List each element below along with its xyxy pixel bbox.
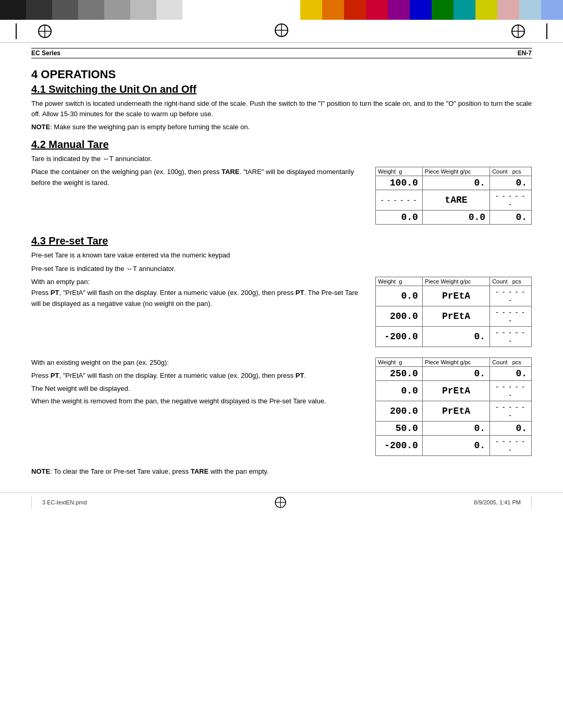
table-row: 250.0 0. 0. — [376, 367, 532, 381]
reg-mark-right — [511, 24, 525, 39]
page-number: EN-7 — [518, 50, 532, 57]
weight-val: 0.0 — [376, 286, 423, 306]
piece-val: 0.0 — [422, 211, 489, 225]
section41-title: 4.1 Switching the Unit On and Off — [31, 83, 532, 95]
table-row: 0.0 PrEtA - - - - - - — [376, 381, 532, 401]
reg-mark-center — [274, 23, 289, 38]
footer-left: 3 EC-textEN.pmd — [42, 499, 87, 505]
note-text4: with the pan empty. — [209, 467, 268, 475]
section43-table1: Weight g Piece Weight g/pc Count pcs 0.0… — [375, 277, 532, 347]
weight-val: 0.0 — [376, 381, 423, 401]
weight-val: 0.0 — [376, 211, 423, 225]
section41-note: NOTE: Make sure the weighing pan is empt… — [31, 122, 532, 132]
section43-table2-container: Weight g Piece Weight g/pc Count pcs 250… — [375, 357, 532, 456]
count-val: 0. — [490, 211, 532, 225]
piece-val: 0. — [422, 367, 489, 381]
reg-mark-row — [0, 20, 563, 43]
table-row: 0.0 PrEtA - - - - - - — [376, 286, 532, 306]
th-count: Count pcs — [490, 277, 532, 286]
right-color-strip — [270, 0, 563, 20]
piece-preta: PrEtA — [422, 401, 489, 422]
th-piece: Piece Weight g/pc — [422, 277, 489, 286]
top-color-bar — [0, 0, 563, 20]
weight-val: 200.0 — [376, 306, 423, 327]
section41-body: The power switch is located underneath t… — [31, 98, 532, 119]
count-dash: - - - - - - — [490, 381, 532, 401]
count-dash: - - - - - - — [490, 306, 532, 327]
piece-preta: PrEtA — [422, 381, 489, 401]
th-piece: Piece Weight g/pc — [422, 167, 489, 176]
weight-val: 250.0 — [376, 367, 423, 381]
count-val: 0. — [490, 367, 532, 381]
page-footer: 3 EC-textEN.pmd 8/9/2005, 1:41 PM — [0, 492, 563, 512]
table-row: 0.0 0.0 0. — [376, 211, 532, 225]
th-count: Count pcs — [490, 167, 532, 176]
section41-note-text: : Make sure the weighing pan is empty be… — [50, 123, 250, 131]
count-val: 0. — [490, 176, 532, 190]
count-dash: - - - - - - — [490, 286, 532, 306]
note-bold: NOTE — [31, 467, 50, 475]
weight-dash: - - - - - - — [376, 190, 423, 211]
section43-table1-container: Weight g Piece Weight g/pc Count pcs 0.0… — [375, 277, 532, 347]
section43-existing-pan: With an existing weight on the pan (ex. … — [31, 357, 532, 456]
th-weight: Weight g — [376, 167, 423, 176]
section42-table: Weight g Piece Weight g/pc Count pcs 100… — [375, 167, 532, 225]
section43-empty-pan: With an empty pan: Press PT, "PrEtA" wil… — [31, 277, 532, 347]
section43-empty-text: With an empty pan: Press PT, "PrEtA" wil… — [31, 277, 365, 347]
weight-val: 200.0 — [376, 401, 423, 422]
page-header: EC Series EN-7 — [31, 48, 532, 58]
piece-tare: tARE — [422, 190, 489, 211]
section43-existing-text: With an existing weight on the pan (ex. … — [31, 357, 365, 456]
section4-title: 4 OPERATIONS — [31, 68, 532, 81]
th-count: Count pcs — [490, 358, 532, 367]
piece-val: 0. — [422, 422, 489, 436]
reg-mark-left — [38, 24, 52, 39]
section43-table2: Weight g Piece Weight g/pc Count pcs 250… — [375, 357, 532, 456]
note-text2: : To clear the Tare or Pre-set Tare valu… — [50, 467, 191, 475]
table-row: -200.0 0. - - - - - - — [376, 327, 532, 347]
page-content: EC Series EN-7 4 OPERATIONS 4.1 Switchin… — [0, 48, 563, 477]
section43-intro1: Pre-set Tare is a known tare value enter… — [31, 250, 532, 261]
section42-title: 4.2 Manual Tare — [31, 139, 532, 151]
piece-val: 0. — [422, 176, 489, 190]
section42-content: Place the container on the weighing pan … — [31, 167, 532, 225]
weight-val: 100.0 — [376, 176, 423, 190]
table-row: 200.0 PrEtA - - - - - - — [376, 401, 532, 422]
footer-right: 8/9/2005, 1:41 PM — [474, 499, 521, 505]
count-dash: - - - - - - — [490, 436, 532, 456]
note-tare-bold: TARE — [191, 467, 209, 475]
count-dash: - - - - - - — [490, 190, 532, 211]
weight-val: 50.0 — [376, 422, 423, 436]
series-label: EC Series — [31, 50, 60, 57]
piece-val: 0. — [422, 436, 489, 456]
section43-title: 4.3 Pre-set Tare — [31, 235, 532, 247]
weight-val: -200.0 — [376, 327, 423, 347]
table-row: -200.0 0. - - - - - - — [376, 436, 532, 456]
section42-col-text: Place the container on the weighing pan … — [31, 167, 365, 225]
th-weight: Weight g — [376, 358, 423, 367]
count-dash: - - - - - - — [490, 401, 532, 422]
weight-val: -200.0 — [376, 436, 423, 456]
piece-preta: PrEtA — [422, 286, 489, 306]
empty-pan-label: With an empty pan: — [31, 278, 90, 286]
table-row: 50.0 0. 0. — [376, 422, 532, 436]
table-row: - - - - - - tARE - - - - - - — [376, 190, 532, 211]
note-bottom: NOTE: To clear the Tare or Pre-set Tare … — [31, 466, 532, 477]
left-color-strip — [0, 0, 270, 20]
th-weight: Weight g — [376, 277, 423, 286]
th-piece: Piece Weight g/pc — [422, 358, 489, 367]
section43-intro2: Pre-set Tare is indicated by the ↔T annu… — [31, 264, 532, 274]
table-row: 100.0 0. 0. — [376, 176, 532, 190]
piece-val: 0. — [422, 327, 489, 347]
reg-mark-footer-center — [274, 496, 287, 509]
piece-preta: PrEtA — [422, 306, 489, 327]
table-row: 200.0 PrEtA - - - - - - — [376, 306, 532, 327]
section42-table-container: Weight g Piece Weight g/pc Count pcs 100… — [375, 167, 532, 225]
section42-intro: Tare is indicated by the ↔T annunciator. — [31, 154, 532, 164]
count-val: 0. — [490, 422, 532, 436]
count-dash: - - - - - - — [490, 327, 532, 347]
note-bold-label: NOTE — [31, 123, 50, 131]
